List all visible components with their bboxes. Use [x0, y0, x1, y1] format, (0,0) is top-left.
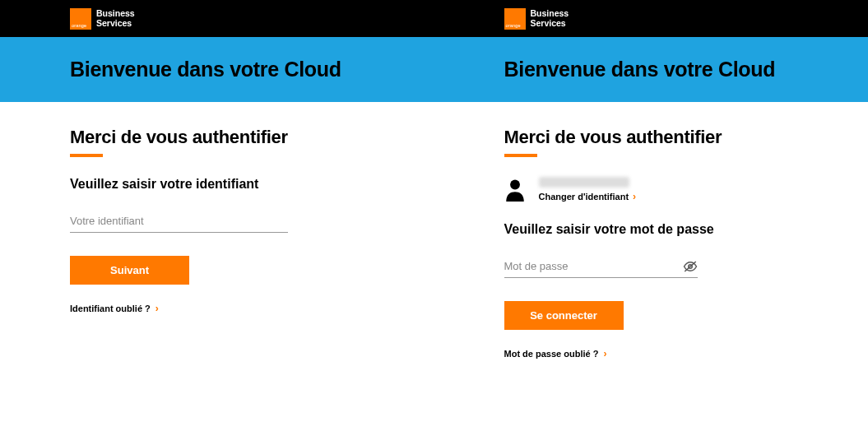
chevron-right-icon: ›: [633, 191, 636, 202]
topbar: Business Services: [0, 0, 434, 37]
content-area: Merci de vous authentifier Veuillez sais…: [0, 102, 434, 314]
topbar: Business Services: [434, 0, 869, 37]
orange-logo-icon: [504, 8, 526, 30]
banner: Bienvenue dans votre Cloud: [434, 37, 869, 102]
user-meta: Changer d'identifiant ›: [539, 177, 637, 202]
password-input-row: [504, 255, 698, 278]
identifier-prompt: Veuillez saisir votre identifiant: [70, 177, 385, 192]
auth-title: Merci de vous authentifier: [70, 127, 385, 148]
chevron-right-icon: ›: [155, 303, 159, 314]
user-name-redacted: [539, 177, 629, 188]
banner-title: Bienvenue dans votre Cloud: [70, 58, 410, 81]
eye-off-icon[interactable]: [683, 261, 698, 272]
password-prompt: Veuillez saisir votre mot de passe: [504, 222, 819, 237]
accent-bar: [70, 154, 103, 157]
brand-line1: Business: [96, 8, 135, 18]
change-identifier-label: Changer d'identifiant: [539, 192, 629, 202]
accent-bar: [504, 154, 537, 157]
brand-logo: Business Services: [70, 8, 135, 30]
identifier-input[interactable]: [70, 210, 288, 233]
login-button[interactable]: Se connecter: [504, 301, 624, 330]
brand-text: Business Services: [96, 9, 135, 28]
next-button[interactable]: Suivant: [70, 256, 189, 285]
banner-title: Bienvenue dans votre Cloud: [504, 58, 844, 81]
forgot-password-label: Mot de passe oublié ?: [504, 349, 599, 359]
brand-line2: Services: [96, 18, 132, 28]
forgot-identifier-link[interactable]: Identifiant oublié ? ›: [70, 303, 385, 314]
panel-password-step: Business Services Bienvenue dans votre C…: [434, 0, 869, 359]
change-identifier-link[interactable]: Changer d'identifiant ›: [539, 191, 637, 202]
svg-point-0: [510, 179, 520, 189]
panel-identifier-step: Business Services Bienvenue dans votre C…: [0, 0, 434, 359]
auth-title: Merci de vous authentifier: [504, 127, 819, 148]
forgot-identifier-label: Identifiant oublié ?: [70, 304, 151, 313]
content-area: Merci de vous authentifier Changer d'ide…: [434, 102, 869, 359]
orange-logo-icon: [70, 8, 91, 30]
brand-text: Business Services: [531, 9, 569, 28]
chevron-right-icon: ›: [603, 348, 606, 359]
brand-logo: Business Services: [504, 8, 569, 30]
password-input[interactable]: [504, 255, 683, 277]
user-block: Changer d'identifiant ›: [504, 177, 819, 202]
banner: Bienvenue dans votre Cloud: [0, 37, 434, 102]
forgot-password-link[interactable]: Mot de passe oublié ? ›: [504, 348, 819, 359]
brand-line1: Business: [531, 8, 569, 18]
user-icon: [504, 178, 526, 202]
brand-line2: Services: [531, 18, 566, 28]
